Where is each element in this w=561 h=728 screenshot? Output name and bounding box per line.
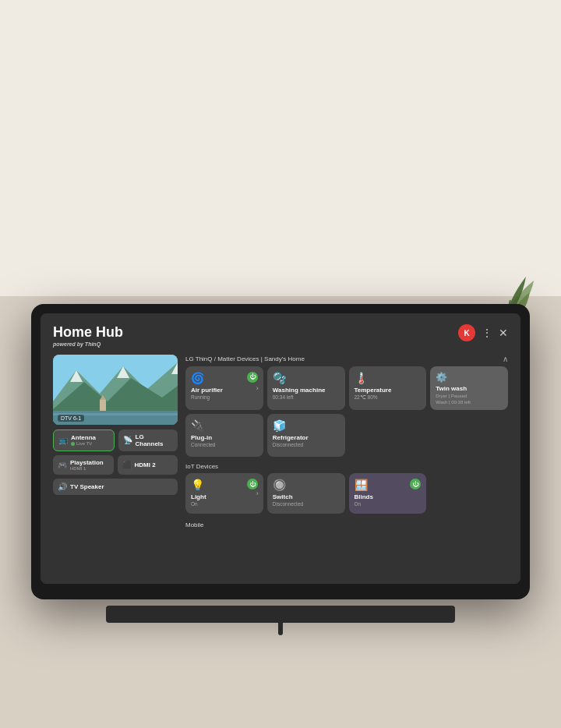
header-right: K ⋮ ✕ bbox=[458, 324, 508, 341]
playstation-icon: 🎮 bbox=[58, 461, 67, 469]
lg-channels-icon: 📡 bbox=[123, 436, 132, 444]
soundbar bbox=[106, 606, 455, 623]
tv-speaker-name: TV Speaker bbox=[70, 483, 104, 490]
wall-top bbox=[0, 0, 561, 296]
hdmi2-name: HDMI 2 bbox=[135, 461, 156, 468]
antenna-sub: Live TV bbox=[71, 441, 96, 446]
iot-section: IoT Devices 💡 ⏻ Light bbox=[185, 463, 508, 514]
antenna-icon: 📺 bbox=[58, 436, 68, 444]
switch-name: Switch bbox=[273, 493, 340, 500]
app-title: Home Hub bbox=[53, 324, 123, 341]
app-subtitle: powered by ThinQ bbox=[53, 341, 123, 347]
device-washing-machine[interactable]: 🫧 Washing machine 00:34 left bbox=[267, 366, 345, 411]
blinds-icon: 🪟 bbox=[355, 479, 368, 491]
refrigerator-name: Refrigerator bbox=[273, 434, 340, 441]
switch-status: Disconnected bbox=[273, 501, 340, 507]
thinq-collapse-icon[interactable]: ∧ bbox=[503, 355, 508, 363]
air-purifier-icon: 🌀 bbox=[191, 372, 204, 384]
iot-switch[interactable]: 🔘 Switch Disconnected bbox=[267, 473, 345, 514]
blinds-header: 🪟 ⏻ bbox=[355, 479, 422, 491]
source-playstation[interactable]: 🎮 Playstation HDMI 1 bbox=[53, 455, 114, 475]
light-status: On bbox=[191, 501, 258, 507]
device-plugin[interactable]: 🔌 Plug-in Connected bbox=[185, 414, 263, 457]
washing-machine-status: 00:34 left bbox=[273, 394, 340, 400]
temperature-status: 22℃ 80% bbox=[355, 394, 422, 401]
speaker-icon: 🔊 bbox=[58, 482, 67, 491]
plugin-name: Plug-in bbox=[191, 434, 258, 441]
iot-blinds[interactable]: 🪟 ⏻ Blinds On bbox=[349, 473, 427, 514]
twin-wash-header: ⚙️ bbox=[436, 372, 503, 383]
light-name: Light bbox=[191, 493, 258, 500]
left-panel: DTV 6-1 📺 Antenna bbox=[53, 355, 178, 573]
plugin-header: 🔌 bbox=[191, 419, 258, 432]
washing-machine-name: Washing machine bbox=[273, 387, 340, 394]
hdmi2-icon: ⬛ bbox=[122, 461, 132, 469]
plugin-status: Connected bbox=[191, 442, 258, 447]
mobile-label: Mobile bbox=[185, 521, 508, 528]
svg-rect-8 bbox=[100, 400, 106, 411]
light-power[interactable]: ⏻ bbox=[247, 479, 258, 489]
tv-container: Home Hub powered by ThinQ K ⋮ ✕ bbox=[31, 304, 530, 635]
source-items: 📺 Antenna Live TV bbox=[53, 429, 178, 495]
switch-icon: 🔘 bbox=[273, 479, 286, 491]
washing-machine-icon: 🫧 bbox=[273, 372, 286, 384]
mobile-section: Mobile bbox=[185, 520, 508, 528]
antenna-text: Antenna Live TV bbox=[71, 434, 96, 446]
tv-frame: Home Hub powered by ThinQ K ⋮ ✕ bbox=[31, 304, 530, 599]
source-tv-speaker[interactable]: 🔊 TV Speaker bbox=[53, 479, 178, 495]
header: Home Hub powered by ThinQ K ⋮ ✕ bbox=[53, 324, 508, 347]
twin-wash-status: Dryer | PausedWash | 00:38 left bbox=[436, 393, 503, 406]
avatar[interactable]: K bbox=[458, 324, 475, 341]
device-air-purifier[interactable]: 🌀 ⏻ Air purifier Running › bbox=[185, 366, 263, 411]
playstation-text: Playstation HDMI 1 bbox=[70, 459, 104, 471]
source-row-2: 🎮 Playstation HDMI 1 ⬛ bbox=[53, 455, 178, 475]
light-icon: 💡 bbox=[191, 479, 204, 491]
source-lg-channels[interactable]: 📡 LG Channels bbox=[118, 429, 178, 451]
source-antenna[interactable]: 📺 Antenna Live TV bbox=[53, 429, 115, 451]
active-dot bbox=[71, 442, 75, 446]
iot-light[interactable]: 💡 ⏻ Light On › bbox=[185, 473, 263, 514]
refrigerator-icon: 🧊 bbox=[273, 419, 286, 432]
tv-screen: Home Hub powered by ThinQ K ⋮ ✕ bbox=[41, 313, 520, 584]
hdmi2-text: HDMI 2 bbox=[135, 461, 156, 468]
antenna-name: Antenna bbox=[71, 434, 96, 441]
device-refrigerator[interactable]: 🧊 Refrigerator Disconnected bbox=[267, 414, 345, 457]
soundbar-stand bbox=[278, 623, 283, 635]
refrigerator-header: 🧊 bbox=[273, 419, 340, 432]
blinds-name: Blinds bbox=[355, 493, 422, 500]
playstation-sub: HDMI 1 bbox=[70, 466, 104, 471]
light-arrow: › bbox=[256, 489, 259, 497]
lg-channels-name: LG Channels bbox=[136, 433, 174, 447]
close-icon[interactable]: ✕ bbox=[499, 327, 508, 339]
washing-machine-header: 🫧 bbox=[273, 372, 340, 384]
temperature-icon: 🌡️ bbox=[355, 372, 368, 384]
thinq-section: LG ThinQ / Matter Devices | Sandy's Home… bbox=[185, 355, 508, 458]
blinds-power[interactable]: ⏻ bbox=[410, 479, 421, 489]
plugin-icon: 🔌 bbox=[191, 419, 204, 432]
air-purifier-header: 🌀 ⏻ bbox=[191, 372, 258, 384]
thinq-device-grid: 🌀 ⏻ Air purifier Running › bbox=[185, 366, 508, 458]
more-options-icon[interactable]: ⋮ bbox=[482, 327, 492, 339]
light-header: 💡 ⏻ bbox=[191, 479, 258, 491]
temperature-header: 🌡️ bbox=[355, 372, 422, 384]
thinq-section-title: LG ThinQ / Matter Devices | Sandy's Home bbox=[185, 355, 305, 362]
channel-label: DTV 6-1 bbox=[58, 415, 84, 422]
air-purifier-power[interactable]: ⏻ bbox=[247, 372, 258, 383]
air-purifier-arrow: › bbox=[256, 384, 259, 392]
twin-wash-name: Twin wash bbox=[436, 385, 503, 392]
iot-device-grid: 💡 ⏻ Light On › bbox=[185, 473, 508, 514]
iot-section-header: IoT Devices bbox=[185, 463, 508, 470]
header-left: Home Hub powered by ThinQ bbox=[53, 324, 123, 347]
subtitle-brand: ThinQ bbox=[85, 341, 101, 347]
main-content: DTV 6-1 📺 Antenna bbox=[53, 355, 508, 573]
subtitle-pre: powered by bbox=[53, 341, 83, 347]
switch-header: 🔘 bbox=[273, 479, 340, 491]
blinds-status: On bbox=[355, 501, 422, 507]
device-temperature[interactable]: 🌡️ Temperature 22℃ 80% bbox=[349, 366, 427, 411]
thinq-section-header: LG ThinQ / Matter Devices | Sandy's Home… bbox=[185, 355, 508, 363]
temperature-name: Temperature bbox=[355, 387, 422, 394]
source-hdmi2[interactable]: ⬛ HDMI 2 bbox=[118, 455, 178, 475]
device-twin-wash[interactable]: ⚙️ Twin wash Dryer | PausedWash | 00:38 … bbox=[430, 366, 508, 411]
home-hub-ui: Home Hub powered by ThinQ K ⋮ ✕ bbox=[41, 313, 520, 584]
tv-preview[interactable]: DTV 6-1 bbox=[53, 355, 178, 425]
